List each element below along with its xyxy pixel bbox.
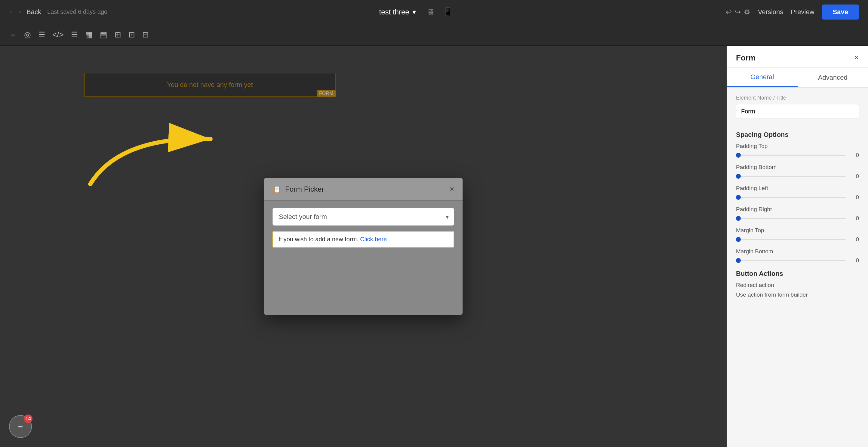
padding-top-label: Padding Top bbox=[736, 143, 859, 149]
page-name-button[interactable]: test three ▾ bbox=[379, 8, 416, 16]
padding-left-slider-thumb[interactable] bbox=[736, 195, 741, 200]
modal-overlay: 📋 Form Picker × Select your form ▾ If yo… bbox=[0, 46, 726, 447]
top-bar-center: test three ▾ 🖥 📱 bbox=[379, 5, 454, 18]
arrow-annotation bbox=[72, 112, 228, 196]
desktop-icon[interactable]: 🖥 bbox=[425, 5, 436, 18]
media-icon[interactable]: ⊟ bbox=[142, 30, 149, 39]
versions-button[interactable]: Versions bbox=[758, 8, 783, 16]
modal-title-text: Form Picker bbox=[285, 185, 324, 193]
code-icon[interactable]: </> bbox=[52, 30, 64, 39]
element-name-label: Element Name / Title bbox=[736, 95, 859, 101]
back-label: ← Back bbox=[18, 8, 41, 16]
padding-left-slider-track bbox=[736, 197, 846, 198]
tab-advanced[interactable]: Advanced bbox=[798, 68, 868, 87]
form-select-dropdown[interactable]: Select your form bbox=[273, 208, 454, 226]
padding-right-slider-track bbox=[736, 218, 846, 219]
padding-left-label: Padding Left bbox=[736, 185, 859, 191]
redo-icon[interactable]: ↪ bbox=[735, 8, 741, 16]
form-icon[interactable]: ▦ bbox=[85, 30, 93, 39]
margin-top-slider-track bbox=[736, 239, 846, 240]
component-icon[interactable]: ⊡ bbox=[128, 30, 135, 39]
main-area: You do not have any form yet FORM 📋 bbox=[0, 46, 868, 447]
right-panel: Form × General Advanced Element Name / T… bbox=[726, 46, 868, 447]
add-element-icon[interactable]: ＋ bbox=[9, 29, 17, 40]
chevron-down-icon: ▾ bbox=[412, 8, 416, 16]
top-bar-left: ← ← Back Last saved 6 days ago bbox=[9, 8, 107, 16]
panel-tabs: General Advanced bbox=[727, 68, 868, 88]
spacing-options-heading: Spacing Options bbox=[736, 131, 859, 139]
tab-advanced-label: Advanced bbox=[818, 74, 847, 81]
settings-icon[interactable]: ⚙ bbox=[744, 8, 750, 16]
padding-right-row: Padding Right 0 bbox=[736, 206, 859, 222]
modal-close-button[interactable]: × bbox=[450, 184, 454, 194]
tab-general-label: General bbox=[750, 73, 774, 81]
menu-icon[interactable]: ☰ bbox=[71, 30, 78, 39]
margin-bottom-row: Margin Bottom 0 bbox=[736, 248, 859, 264]
padding-right-value: 0 bbox=[850, 215, 859, 222]
padding-bottom-row: Padding Bottom 0 bbox=[736, 164, 859, 180]
tab-general[interactable]: General bbox=[727, 68, 798, 87]
margin-bottom-value: 0 bbox=[850, 257, 859, 264]
toolbar: ＋ ◎ ☰ </> ☰ ▦ ▤ ⊞ ⊡ ⊟ bbox=[0, 24, 868, 46]
redirect-action-label: Redirect action bbox=[736, 282, 859, 289]
pages-icon[interactable]: ☰ bbox=[38, 30, 45, 39]
panel-content: Element Name / Title Spacing Options Pad… bbox=[727, 88, 868, 447]
top-bar-right: ↩ ↪ ⚙ Versions Preview Save bbox=[726, 4, 859, 20]
padding-top-row: Padding Top 0 bbox=[736, 143, 859, 158]
back-arrow-icon: ← bbox=[9, 8, 16, 16]
element-name-input[interactable] bbox=[736, 104, 859, 119]
canvas: You do not have any form yet FORM 📋 bbox=[0, 46, 726, 447]
last-saved-text: Last saved 6 days ago bbox=[47, 8, 107, 16]
margin-bottom-slider-row: 0 bbox=[736, 257, 859, 264]
notification-button[interactable]: ≡ 14 bbox=[9, 415, 32, 438]
use-action-label: Use action from form builder bbox=[736, 292, 859, 298]
padding-right-slider-thumb[interactable] bbox=[736, 216, 741, 221]
info-message-link[interactable]: Click here bbox=[360, 236, 387, 242]
undo-redo-group: ↩ ↪ ⚙ bbox=[726, 8, 750, 16]
grid-icon[interactable]: ⊞ bbox=[115, 30, 121, 39]
padding-bottom-slider-row: 0 bbox=[736, 173, 859, 180]
page-name-label: test three bbox=[379, 8, 409, 16]
save-button[interactable]: Save bbox=[822, 4, 859, 20]
padding-bottom-slider-thumb[interactable] bbox=[736, 174, 741, 179]
notification-badge: 14 bbox=[24, 415, 32, 423]
top-bar: ← ← Back Last saved 6 days ago test thre… bbox=[0, 0, 868, 24]
form-picker-icon: 📋 bbox=[273, 185, 281, 193]
padding-bottom-label: Padding Bottom bbox=[736, 164, 859, 171]
layers-icon[interactable]: ◎ bbox=[24, 30, 31, 39]
info-message-box: If you wish to add a new form. Click her… bbox=[273, 231, 454, 247]
padding-top-slider-row: 0 bbox=[736, 152, 859, 158]
margin-bottom-slider-thumb[interactable] bbox=[736, 258, 741, 263]
padding-left-slider-row: 0 bbox=[736, 194, 859, 201]
margin-top-slider-thumb[interactable] bbox=[736, 237, 741, 242]
margin-bottom-label: Margin Bottom bbox=[736, 248, 859, 255]
modal-title: 📋 Form Picker bbox=[273, 185, 324, 193]
undo-icon[interactable]: ↩ bbox=[726, 8, 732, 16]
modal-body: Select your form ▾ If you wish to add a … bbox=[264, 201, 463, 315]
padding-top-slider-track bbox=[736, 155, 846, 156]
padding-right-label: Padding Right bbox=[736, 206, 859, 213]
back-button[interactable]: ← ← Back bbox=[9, 8, 41, 16]
padding-top-value: 0 bbox=[850, 152, 859, 158]
form-picker-modal: 📋 Form Picker × Select your form ▾ If yo… bbox=[264, 178, 463, 315]
margin-top-row: Margin Top 0 bbox=[736, 227, 859, 243]
modal-header: 📋 Form Picker × bbox=[264, 178, 463, 201]
padding-left-row: Padding Left 0 bbox=[736, 185, 859, 201]
button-actions-section: Button Actions Redirect action Use actio… bbox=[736, 270, 859, 298]
panel-close-button[interactable]: × bbox=[854, 53, 859, 63]
modal-empty-space bbox=[273, 247, 454, 308]
device-icons: 🖥 📱 bbox=[425, 5, 454, 18]
padding-right-slider-row: 0 bbox=[736, 215, 859, 222]
preview-button[interactable]: Preview bbox=[791, 8, 814, 16]
margin-top-label: Margin Top bbox=[736, 227, 859, 234]
margin-bottom-slider-track bbox=[736, 260, 846, 261]
layout-icon[interactable]: ▤ bbox=[100, 30, 107, 39]
padding-top-slider-thumb[interactable] bbox=[736, 153, 741, 158]
mobile-icon[interactable]: 📱 bbox=[441, 5, 454, 18]
panel-title: Form bbox=[736, 53, 755, 63]
padding-bottom-value: 0 bbox=[850, 173, 859, 180]
notification-icon: ≡ bbox=[18, 422, 23, 431]
button-actions-heading: Button Actions bbox=[736, 270, 859, 278]
form-select-wrapper: Select your form ▾ bbox=[273, 208, 454, 226]
margin-top-value: 0 bbox=[850, 236, 859, 243]
